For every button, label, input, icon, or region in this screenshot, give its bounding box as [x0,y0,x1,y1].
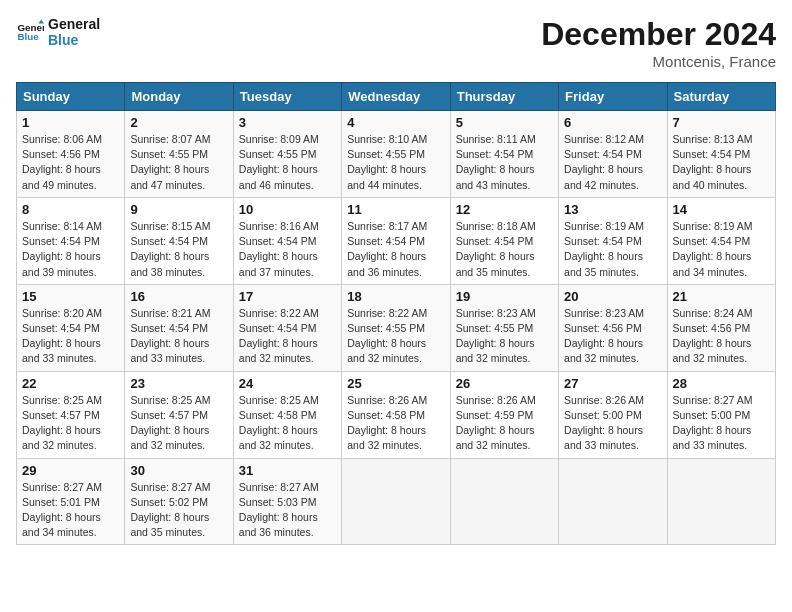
day-detail: Sunrise: 8:22 AM Sunset: 4:54 PM Dayligh… [239,306,336,367]
calendar-cell: 11Sunrise: 8:17 AM Sunset: 4:54 PM Dayli… [342,197,450,284]
calendar-cell: 19Sunrise: 8:23 AM Sunset: 4:55 PM Dayli… [450,284,558,371]
logo-line1: General [48,16,100,32]
day-of-week-header-row: SundayMondayTuesdayWednesdayThursdayFrid… [17,83,776,111]
calendar-cell: 5Sunrise: 8:11 AM Sunset: 4:54 PM Daylig… [450,111,558,198]
calendar-cell: 21Sunrise: 8:24 AM Sunset: 4:56 PM Dayli… [667,284,775,371]
day-detail: Sunrise: 8:27 AM Sunset: 5:03 PM Dayligh… [239,480,336,541]
day-number: 13 [564,202,661,217]
logo-line2: Blue [48,32,100,48]
calendar-cell: 31Sunrise: 8:27 AM Sunset: 5:03 PM Dayli… [233,458,341,545]
calendar-cell: 1Sunrise: 8:06 AM Sunset: 4:56 PM Daylig… [17,111,125,198]
calendar-cell: 13Sunrise: 8:19 AM Sunset: 4:54 PM Dayli… [559,197,667,284]
day-number: 20 [564,289,661,304]
day-number: 29 [22,463,119,478]
calendar-cell [342,458,450,545]
calendar-cell: 10Sunrise: 8:16 AM Sunset: 4:54 PM Dayli… [233,197,341,284]
day-number: 22 [22,376,119,391]
calendar-week-row: 1Sunrise: 8:06 AM Sunset: 4:56 PM Daylig… [17,111,776,198]
calendar-subtitle: Montcenis, France [541,53,776,70]
calendar-cell: 24Sunrise: 8:25 AM Sunset: 4:58 PM Dayli… [233,371,341,458]
day-number: 30 [130,463,227,478]
logo-icon: General Blue [16,18,44,46]
day-detail: Sunrise: 8:21 AM Sunset: 4:54 PM Dayligh… [130,306,227,367]
calendar-cell: 3Sunrise: 8:09 AM Sunset: 4:55 PM Daylig… [233,111,341,198]
calendar-cell: 6Sunrise: 8:12 AM Sunset: 4:54 PM Daylig… [559,111,667,198]
day-number: 5 [456,115,553,130]
day-number: 24 [239,376,336,391]
day-number: 17 [239,289,336,304]
calendar-cell: 25Sunrise: 8:26 AM Sunset: 4:58 PM Dayli… [342,371,450,458]
day-detail: Sunrise: 8:11 AM Sunset: 4:54 PM Dayligh… [456,132,553,193]
day-number: 11 [347,202,444,217]
calendar-cell: 12Sunrise: 8:18 AM Sunset: 4:54 PM Dayli… [450,197,558,284]
day-of-week-header: Thursday [450,83,558,111]
day-detail: Sunrise: 8:22 AM Sunset: 4:55 PM Dayligh… [347,306,444,367]
calendar-week-row: 29Sunrise: 8:27 AM Sunset: 5:01 PM Dayli… [17,458,776,545]
day-detail: Sunrise: 8:27 AM Sunset: 5:02 PM Dayligh… [130,480,227,541]
day-detail: Sunrise: 8:19 AM Sunset: 4:54 PM Dayligh… [673,219,770,280]
calendar-week-row: 22Sunrise: 8:25 AM Sunset: 4:57 PM Dayli… [17,371,776,458]
day-number: 6 [564,115,661,130]
day-of-week-header: Monday [125,83,233,111]
day-detail: Sunrise: 8:20 AM Sunset: 4:54 PM Dayligh… [22,306,119,367]
calendar-cell: 20Sunrise: 8:23 AM Sunset: 4:56 PM Dayli… [559,284,667,371]
calendar-body: 1Sunrise: 8:06 AM Sunset: 4:56 PM Daylig… [17,111,776,545]
day-detail: Sunrise: 8:13 AM Sunset: 4:54 PM Dayligh… [673,132,770,193]
day-detail: Sunrise: 8:07 AM Sunset: 4:55 PM Dayligh… [130,132,227,193]
calendar-title: December 2024 [541,16,776,53]
day-of-week-header: Wednesday [342,83,450,111]
day-detail: Sunrise: 8:23 AM Sunset: 4:55 PM Dayligh… [456,306,553,367]
day-number: 15 [22,289,119,304]
day-detail: Sunrise: 8:18 AM Sunset: 4:54 PM Dayligh… [456,219,553,280]
calendar-cell [450,458,558,545]
day-number: 27 [564,376,661,391]
calendar-cell: 2Sunrise: 8:07 AM Sunset: 4:55 PM Daylig… [125,111,233,198]
day-detail: Sunrise: 8:12 AM Sunset: 4:54 PM Dayligh… [564,132,661,193]
day-of-week-header: Saturday [667,83,775,111]
day-number: 26 [456,376,553,391]
day-number: 1 [22,115,119,130]
day-of-week-header: Sunday [17,83,125,111]
day-detail: Sunrise: 8:24 AM Sunset: 4:56 PM Dayligh… [673,306,770,367]
day-number: 12 [456,202,553,217]
calendar-cell: 22Sunrise: 8:25 AM Sunset: 4:57 PM Dayli… [17,371,125,458]
day-number: 3 [239,115,336,130]
day-detail: Sunrise: 8:25 AM Sunset: 4:58 PM Dayligh… [239,393,336,454]
day-detail: Sunrise: 8:19 AM Sunset: 4:54 PM Dayligh… [564,219,661,280]
day-detail: Sunrise: 8:15 AM Sunset: 4:54 PM Dayligh… [130,219,227,280]
day-number: 18 [347,289,444,304]
day-detail: Sunrise: 8:06 AM Sunset: 4:56 PM Dayligh… [22,132,119,193]
day-number: 8 [22,202,119,217]
calendar-cell: 14Sunrise: 8:19 AM Sunset: 4:54 PM Dayli… [667,197,775,284]
calendar-cell: 29Sunrise: 8:27 AM Sunset: 5:01 PM Dayli… [17,458,125,545]
day-of-week-header: Friday [559,83,667,111]
calendar-cell: 4Sunrise: 8:10 AM Sunset: 4:55 PM Daylig… [342,111,450,198]
day-number: 14 [673,202,770,217]
calendar-cell: 15Sunrise: 8:20 AM Sunset: 4:54 PM Dayli… [17,284,125,371]
day-number: 25 [347,376,444,391]
calendar-cell [559,458,667,545]
logo: General Blue General Blue [16,16,100,48]
calendar-cell: 23Sunrise: 8:25 AM Sunset: 4:57 PM Dayli… [125,371,233,458]
day-detail: Sunrise: 8:26 AM Sunset: 4:58 PM Dayligh… [347,393,444,454]
day-number: 4 [347,115,444,130]
day-detail: Sunrise: 8:27 AM Sunset: 5:00 PM Dayligh… [673,393,770,454]
title-block: December 2024 Montcenis, France [541,16,776,70]
day-detail: Sunrise: 8:25 AM Sunset: 4:57 PM Dayligh… [130,393,227,454]
day-detail: Sunrise: 8:26 AM Sunset: 5:00 PM Dayligh… [564,393,661,454]
day-detail: Sunrise: 8:10 AM Sunset: 4:55 PM Dayligh… [347,132,444,193]
day-detail: Sunrise: 8:23 AM Sunset: 4:56 PM Dayligh… [564,306,661,367]
day-number: 19 [456,289,553,304]
calendar-cell: 8Sunrise: 8:14 AM Sunset: 4:54 PM Daylig… [17,197,125,284]
day-number: 31 [239,463,336,478]
calendar-table: SundayMondayTuesdayWednesdayThursdayFrid… [16,82,776,545]
day-number: 21 [673,289,770,304]
calendar-cell [667,458,775,545]
calendar-cell: 9Sunrise: 8:15 AM Sunset: 4:54 PM Daylig… [125,197,233,284]
calendar-week-row: 8Sunrise: 8:14 AM Sunset: 4:54 PM Daylig… [17,197,776,284]
day-detail: Sunrise: 8:16 AM Sunset: 4:54 PM Dayligh… [239,219,336,280]
day-detail: Sunrise: 8:14 AM Sunset: 4:54 PM Dayligh… [22,219,119,280]
day-detail: Sunrise: 8:25 AM Sunset: 4:57 PM Dayligh… [22,393,119,454]
day-detail: Sunrise: 8:17 AM Sunset: 4:54 PM Dayligh… [347,219,444,280]
day-number: 28 [673,376,770,391]
